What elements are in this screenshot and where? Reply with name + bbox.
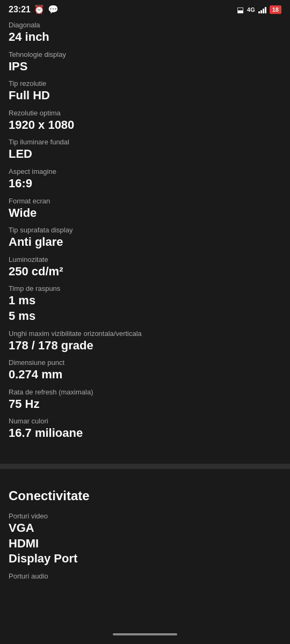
connectivity-title: Conectivitate: [9, 488, 281, 503]
spec-label-luminozitate: Luminozitate: [9, 255, 281, 264]
spec-label-format: Format ecran: [9, 197, 281, 205]
status-bar: 23:21 ⏰ 💬 ⬓ 4G 18: [0, 0, 290, 17]
spec-diagonala: Diagonala 24 inch: [9, 21, 281, 45]
spec-iluminare: Tip iluminare fundal LED: [9, 138, 281, 162]
section-divider: [0, 464, 290, 469]
spec-label-iluminare: Tip iluminare fundal: [9, 138, 281, 146]
spec-label-unghi: Unghi maxim vizibilitate orizontala/vert…: [9, 330, 281, 338]
spec-value-unghi: 178 / 178 grade: [9, 338, 281, 354]
porturi-video-group: Porturi video VGA HDMI Display Port: [9, 512, 281, 567]
port-vga: VGA: [9, 521, 281, 536]
bluetooth-icon: ⬓: [237, 5, 244, 14]
network-label: 4G: [247, 6, 255, 13]
spec-value-tip-rezolutie: Full HD: [9, 88, 281, 104]
message-icon: 💬: [48, 4, 59, 14]
spec-format: Format ecran Wide: [9, 197, 281, 221]
spec-label-tehnologie: Tehnologie display: [9, 50, 281, 58]
spec-value-timp-raspuns-1: 1 ms: [9, 293, 281, 309]
spec-value-timp-raspuns-2: 5 ms: [9, 309, 281, 324]
spec-content: Diagonala 24 inch Tehnologie display IPS…: [0, 17, 290, 455]
alarm-icon: ⏰: [34, 4, 45, 14]
spec-value-luminozitate: 250 cd/m²: [9, 264, 281, 280]
spec-label-diagonala: Diagonala: [9, 21, 281, 29]
spec-culori: Numar culori 16.7 milioane: [9, 417, 281, 441]
spec-label-timp-raspuns: Timp de raspuns: [9, 284, 281, 292]
porturi-audio-label: Porturi audio: [9, 572, 281, 580]
spec-timp-raspuns: Timp de raspuns 1 ms 5 ms: [9, 284, 281, 324]
spec-value-aspect: 16:9: [9, 176, 281, 192]
spec-luminozitate: Luminozitate 250 cd/m²: [9, 255, 281, 280]
spec-unghi: Unghi maxim vizibilitate orizontala/vert…: [9, 330, 281, 354]
spec-label-refresh: Rata de refresh (maximala): [9, 388, 281, 396]
spec-value-culori: 16.7 milioane: [9, 426, 281, 441]
spec-label-suprafata: Tip suprafata display: [9, 226, 281, 234]
spec-label-aspect: Aspect imagine: [9, 167, 281, 175]
scroll-indicator: [0, 629, 290, 640]
spec-tehnologie: Tehnologie display IPS: [9, 50, 281, 75]
port-hdmi: HDMI: [9, 536, 281, 552]
spec-tip-rezolutie: Tip rezolutie Full HD: [9, 79, 281, 104]
status-left: 23:21 ⏰ 💬: [9, 4, 59, 14]
porturi-audio-group: Porturi audio: [9, 572, 281, 580]
scroll-bar: [113, 633, 177, 635]
port-display-port: Display Port: [9, 551, 281, 567]
status-right: ⬓ 4G 18: [237, 5, 281, 14]
spec-value-dimensiune-punct: 0.274 mm: [9, 367, 281, 383]
spec-value-rezolutie-optima: 1920 x 1080: [9, 118, 281, 133]
spec-value-format: Wide: [9, 206, 281, 221]
spec-label-tip-rezolutie: Tip rezolutie: [9, 79, 281, 87]
spec-label-rezolutie-optima: Rezolutie optima: [9, 109, 281, 117]
signal-bars: [258, 6, 266, 13]
spec-aspect: Aspect imagine 16:9: [9, 167, 281, 192]
spec-dimensiune-punct: Dimensiune punct 0.274 mm: [9, 358, 281, 383]
spec-value-diagonala: 24 inch: [9, 30, 281, 45]
spec-label-culori: Numar culori: [9, 417, 281, 425]
spec-refresh: Rata de refresh (maximala) 75 Hz: [9, 388, 281, 412]
spec-value-tehnologie: IPS: [9, 59, 281, 75]
spec-label-dimensiune-punct: Dimensiune punct: [9, 358, 281, 367]
status-time: 23:21: [9, 5, 31, 14]
spec-suprafata: Tip suprafata display Anti glare: [9, 226, 281, 250]
spec-rezolutie-optima: Rezolutie optima 1920 x 1080: [9, 109, 281, 133]
porturi-video-label: Porturi video: [9, 512, 281, 520]
spec-value-iluminare: LED: [9, 147, 281, 162]
connectivity-section: Conectivitate Porturi video VGA HDMI Dis…: [0, 478, 290, 594]
spec-value-refresh: 75 Hz: [9, 397, 281, 412]
battery-indicator: 18: [270, 5, 281, 14]
spec-value-suprafata: Anti glare: [9, 235, 281, 250]
